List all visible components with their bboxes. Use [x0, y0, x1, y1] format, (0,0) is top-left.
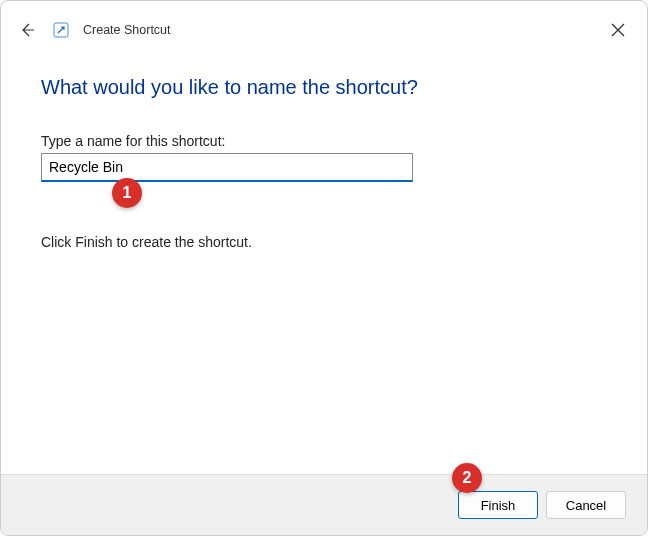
back-arrow-icon[interactable] [19, 22, 35, 38]
input-label: Type a name for this shortcut: [41, 133, 607, 149]
footer-bar: Finish Cancel [1, 474, 647, 535]
annotation-marker-1: 1 [112, 178, 142, 208]
shortcut-name-input[interactable] [41, 153, 413, 182]
finish-button[interactable]: Finish [458, 491, 538, 519]
page-heading: What would you like to name the shortcut… [41, 76, 607, 99]
hint-text: Click Finish to create the shortcut. [41, 234, 607, 250]
annotation-marker-2: 2 [452, 463, 482, 493]
shortcut-icon [53, 22, 69, 38]
content-area: What would you like to name the shortcut… [1, 54, 647, 250]
cancel-button[interactable]: Cancel [546, 491, 626, 519]
titlebar-title: Create Shortcut [83, 23, 171, 37]
close-icon[interactable] [604, 16, 632, 44]
titlebar: Create Shortcut [1, 1, 647, 54]
